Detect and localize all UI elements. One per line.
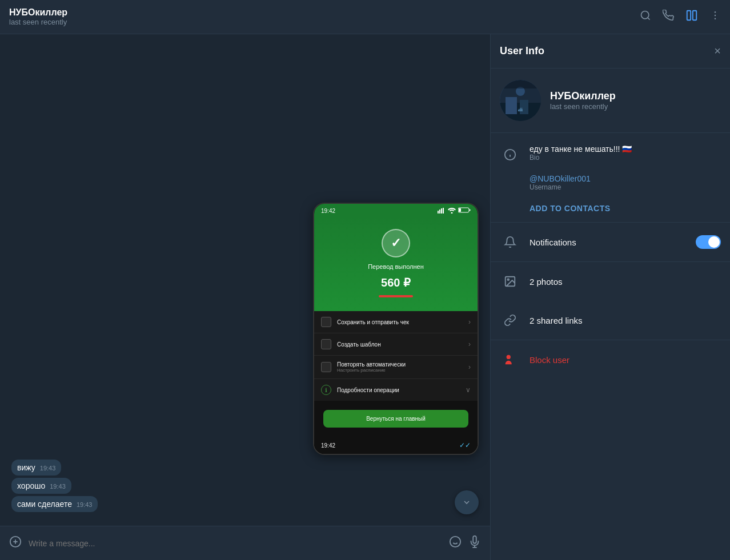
emoji-icon[interactable] — [449, 535, 462, 551]
username-row: @NUBOkiller001 Username — [500, 170, 721, 199]
add-contacts-button[interactable]: ADD TO CONTACTS — [530, 202, 611, 215]
svg-point-34 — [507, 279, 509, 280]
svg-point-18 — [450, 537, 460, 547]
photos-label: 2 photos — [530, 277, 721, 287]
notifications-label: Notifications — [530, 237, 687, 247]
call-icon[interactable] — [663, 10, 674, 24]
svg-point-4 — [715, 11, 716, 13]
phone-frame: 19:42 — [313, 203, 479, 455]
svg-rect-3 — [693, 11, 696, 21]
info-circle-icon — [500, 144, 520, 165]
avatar-inner: 🏙 — [500, 80, 541, 121]
phone-menu-icon-3 — [321, 362, 331, 372]
svg-rect-9 — [441, 208, 442, 213]
username-spacer — [500, 174, 520, 195]
svg-rect-10 — [443, 208, 444, 213]
shared-links-row[interactable]: 2 shared links — [491, 301, 730, 340]
message-2-time: 19:43 — [50, 483, 66, 490]
bio-text: еду в танке не мешать!!! 🇷🇺 — [530, 144, 632, 154]
svg-rect-25 — [506, 97, 517, 114]
avatar: 🏙 — [500, 80, 541, 121]
phone-bottom-bar: 19:42 ✓✓ — [314, 437, 478, 454]
user-profile-section: 🏙 НУБОкиллер last seen recently — [491, 69, 730, 133]
main-layout: 19:42 — [0, 34, 730, 560]
svg-rect-13 — [470, 210, 471, 211]
layout-icon[interactable] — [685, 9, 698, 25]
phone-menu-label-3: Повторять автоматически — [337, 361, 463, 368]
phone-menu-label-2: Создать шаблон — [337, 341, 463, 348]
message-3: сами сделаете 19:43 — [11, 496, 98, 512]
phone-menu-item-2: Создать шаблон › — [314, 333, 478, 356]
phone-battery — [458, 207, 471, 214]
block-label: Block user — [530, 355, 569, 365]
phone-details-icon: ℹ — [321, 385, 331, 395]
search-icon[interactable] — [640, 10, 651, 24]
chat-area: 19:42 — [0, 34, 490, 560]
phone-back-button[interactable]: Вернуться на главный — [323, 410, 468, 428]
message-3-time: 19:43 — [77, 501, 93, 508]
phone-back-section: Вернуться на главный — [314, 401, 478, 437]
username-text: @NUBOkiller001 — [530, 174, 591, 183]
photos-row[interactable]: 2 photos — [491, 262, 730, 301]
more-icon[interactable] — [709, 10, 721, 24]
user-info-header: User Info × — [491, 34, 730, 69]
scroll-down-button[interactable] — [455, 490, 479, 514]
message-1-time: 19:43 — [40, 465, 56, 472]
bio-section: еду в танке не мешать!!! 🇷🇺 Bio @NUBOkil… — [491, 133, 730, 223]
notifications-row: Notifications — [491, 223, 730, 262]
block-user-row[interactable]: Block user — [500, 349, 721, 370]
user-profile-name: НУБОкиллер — [550, 90, 616, 102]
phone-menu-label-1: Сохранить и отправить чек — [337, 319, 463, 325]
bio-content: еду в танке не мешать!!! 🇷🇺 Bio — [530, 144, 632, 162]
message-input-area — [0, 526, 490, 560]
phone-menu-item-3: Повторять автоматически Настроить распис… — [314, 356, 478, 379]
close-button[interactable]: × — [714, 45, 721, 58]
phone-details-label: Подробности операции — [337, 387, 460, 393]
phone-details-item: ℹ Подробности операции ∨ — [314, 379, 478, 401]
chat-status: last seen recently — [9, 18, 640, 26]
text-messages: вижу 19:43 хорошо 19:43 сами сделаете 19… — [11, 460, 479, 512]
phone-bottom-checks: ✓✓ — [459, 441, 471, 449]
svg-rect-28 — [500, 80, 541, 88]
phone-menu-icon-1 — [321, 317, 331, 327]
svg-rect-2 — [687, 11, 691, 21]
link-icon — [500, 310, 520, 331]
message-1: вижу 19:43 — [11, 460, 61, 476]
photos-icon — [500, 271, 520, 292]
block-section: Block user — [491, 340, 730, 379]
phone-menu-section: Сохранить и отправить чек › Создать шабл… — [314, 311, 478, 401]
username-content: @NUBOkiller001 Username — [530, 174, 591, 191]
bio-label: Bio — [530, 154, 632, 162]
phone-menu-text-1: Сохранить и отправить чек — [337, 319, 463, 325]
message-2: хорошо 19:43 — [11, 478, 71, 494]
notifications-toggle[interactable] — [696, 235, 721, 249]
bio-row: еду в танке не мешать!!! 🇷🇺 Bio — [500, 140, 721, 170]
message-2-text: хорошо — [17, 481, 45, 490]
message-1-text: вижу — [17, 463, 35, 472]
svg-rect-7 — [438, 211, 439, 213]
phone-bottom-time: 19:42 — [321, 442, 335, 449]
phone-transfer-label: Перевод выполнен — [368, 263, 424, 270]
phone-time: 19:42 — [321, 208, 335, 214]
phone-red-bar — [379, 295, 413, 297]
user-info-title: User Info — [500, 45, 714, 57]
svg-text:🏙: 🏙 — [518, 107, 523, 112]
phone-menu-icon-2 — [321, 339, 331, 349]
svg-rect-14 — [459, 208, 461, 212]
phone-menu-sublabel-3: Настроить расписание — [337, 368, 463, 373]
svg-point-0 — [641, 11, 649, 19]
phone-screenshot-bubble: 19:42 — [313, 203, 479, 455]
message-input[interactable] — [29, 539, 442, 548]
message-3-text: сами сделаете — [17, 499, 72, 509]
attach-icon[interactable] — [9, 535, 22, 551]
header-icons — [640, 9, 721, 25]
phone-details-arrow: ∨ — [466, 386, 471, 394]
mic-icon[interactable] — [468, 535, 481, 551]
svg-point-11 — [451, 212, 453, 214]
svg-rect-8 — [439, 210, 440, 213]
phone-menu-arrow-1: › — [468, 318, 471, 326]
user-profile-info: НУБОкиллер last seen recently — [550, 90, 616, 111]
shared-links-label: 2 shared links — [530, 316, 721, 325]
media-section: 2 photos 2 shared links — [491, 262, 730, 340]
messages-area: 19:42 — [0, 34, 490, 526]
